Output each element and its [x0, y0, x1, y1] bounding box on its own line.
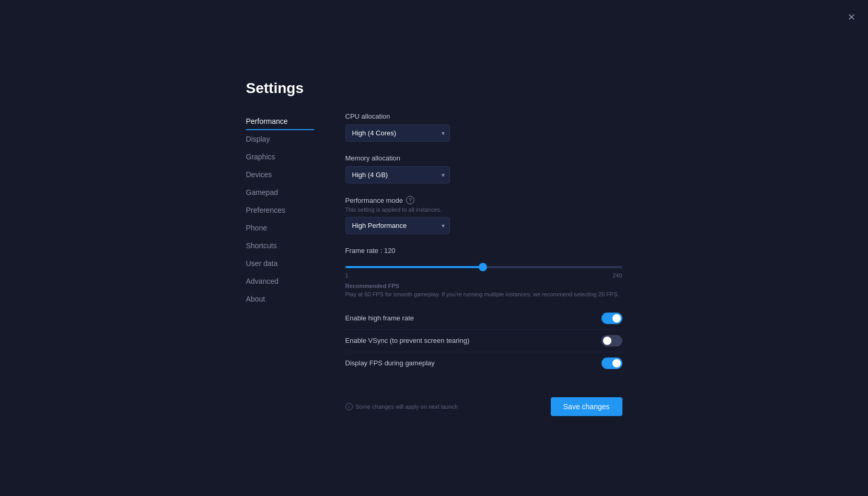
sidebar-item-display[interactable]: Display: [246, 130, 314, 148]
performance-mode-section: Performance mode ? This setting is appli…: [345, 196, 622, 234]
toggle-label-high-frame-rate: Enable high frame rate: [345, 314, 414, 322]
save-changes-button[interactable]: Save changes: [551, 397, 622, 416]
slider-min-label: 1: [345, 272, 349, 279]
performance-mode-label-row: Performance mode ?: [345, 196, 622, 204]
sidebar-item-phone[interactable]: Phone: [246, 219, 314, 237]
frame-rate-section: Frame rate : 120 1 240 Recommended FPS P…: [345, 247, 622, 299]
toggle-display-fps[interactable]: [601, 357, 622, 369]
close-button[interactable]: ✕: [848, 13, 855, 22]
sidebar-item-gamepad[interactable]: Gamepad: [246, 183, 314, 201]
toggle-label-vsync: Enable VSync (to prevent screen tearing): [345, 337, 470, 344]
sidebar-item-devices[interactable]: Devices: [246, 166, 314, 183]
frame-rate-slider[interactable]: [345, 266, 622, 268]
toggle-label-display-fps: Display FPS during gameplay: [345, 359, 435, 367]
toggle-vsync[interactable]: [601, 335, 622, 347]
frame-rate-slider-container: [345, 261, 622, 270]
performance-mode-select[interactable]: High Performance Balanced Power Saver: [345, 217, 450, 234]
sidebar-item-advanced[interactable]: Advanced: [246, 272, 314, 290]
sidebar: Performance Display Graphics Devices Gam…: [246, 112, 314, 308]
performance-mode-hint: This setting is applied to all instances…: [345, 206, 622, 213]
toggle-high-frame-rate[interactable]: [601, 313, 622, 324]
memory-allocation-section: Memory allocation High (4 GB) Low (1 GB)…: [345, 154, 622, 183]
fps-hint-text: Play at 60 FPS for smooth gameplay. If y…: [345, 290, 622, 299]
performance-mode-label: Performance mode: [345, 197, 403, 204]
sidebar-item-about[interactable]: About: [246, 290, 314, 308]
fps-hint: Recommended FPS Play at 60 FPS for smoot…: [345, 283, 622, 299]
sidebar-item-userdata[interactable]: User data: [246, 255, 314, 272]
toggle-knob-high-frame-rate: [612, 314, 621, 322]
cpu-allocation-section: CPU allocation High (4 Cores) Low (1 Cor…: [345, 112, 622, 142]
settings-body: Performance Display Graphics Devices Gam…: [246, 112, 622, 416]
toggle-row-display-fps: Display FPS during gameplay: [345, 352, 622, 374]
slider-range-labels: 1 240: [345, 272, 622, 279]
info-icon: i: [345, 403, 353, 410]
sidebar-item-preferences[interactable]: Preferences: [246, 201, 314, 219]
cpu-allocation-label: CPU allocation: [345, 112, 622, 120]
toggle-knob-display-fps: [612, 359, 621, 367]
fps-hint-title: Recommended FPS: [345, 283, 622, 289]
footer-hint: i Some changes will apply on next launch: [345, 403, 458, 410]
frame-rate-label: Frame rate : 120: [345, 247, 622, 255]
footer-hint-text: Some changes will apply on next launch: [356, 403, 458, 410]
memory-allocation-select[interactable]: High (4 GB) Low (1 GB) Medium (2 GB) Ult…: [345, 166, 450, 183]
toggle-knob-vsync: [603, 337, 611, 345]
slider-max-label: 240: [612, 272, 622, 279]
memory-allocation-label: Memory allocation: [345, 154, 622, 162]
cpu-allocation-select-wrapper: High (4 Cores) Low (1 Core) Medium (2 Co…: [345, 124, 450, 142]
performance-mode-select-wrapper: High Performance Balanced Power Saver ▾: [345, 217, 450, 234]
memory-allocation-select-wrapper: High (4 GB) Low (1 GB) Medium (2 GB) Ult…: [345, 166, 450, 183]
sidebar-item-shortcuts[interactable]: Shortcuts: [246, 237, 314, 255]
settings-container: Settings Performance Display Graphics De…: [246, 59, 622, 437]
cpu-allocation-select[interactable]: High (4 Cores) Low (1 Core) Medium (2 Co…: [345, 124, 450, 142]
settings-footer: i Some changes will apply on next launch…: [345, 389, 622, 416]
sidebar-item-graphics[interactable]: Graphics: [246, 148, 314, 166]
page-title: Settings: [246, 80, 622, 97]
main-content: CPU allocation High (4 Cores) Low (1 Cor…: [345, 112, 622, 416]
performance-mode-help-icon[interactable]: ?: [406, 196, 414, 204]
toggle-row-vsync: Enable VSync (to prevent screen tearing): [345, 330, 622, 352]
sidebar-item-performance[interactable]: Performance: [246, 112, 314, 130]
toggle-row-high-frame-rate: Enable high frame rate: [345, 307, 622, 330]
toggles-section: Enable high frame rate Enable VSync (to …: [345, 307, 622, 374]
